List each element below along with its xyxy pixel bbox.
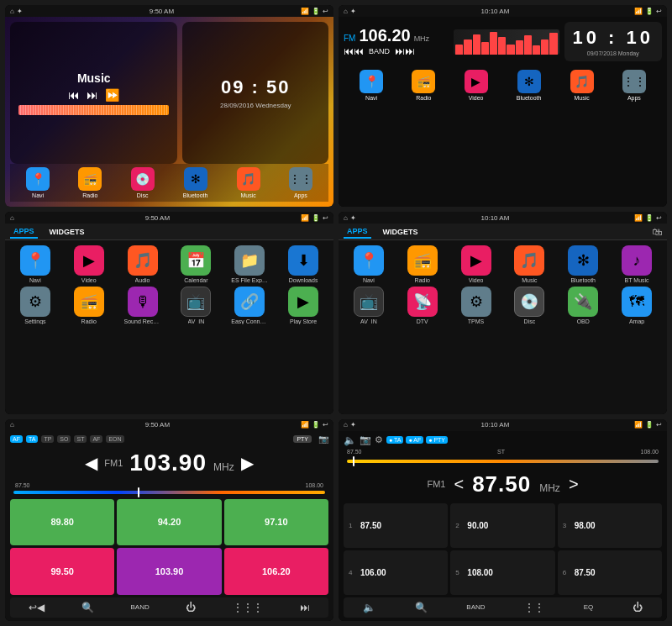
grid-navi-label-p3: Navi [29, 277, 41, 283]
app-radio-p2[interactable]: 📻 Radio [412, 70, 435, 101]
grid-video-p3[interactable]: ▶ Video [64, 245, 114, 283]
grid-tpms-p4[interactable]: ⚙ TPMS [451, 287, 501, 324]
grid-obd-p4[interactable]: 🔌 OBD [558, 287, 608, 324]
tag-eon-p5[interactable]: EON [106, 435, 123, 443]
menu-btn-p6[interactable]: ⋮⋮ [521, 600, 548, 615]
preset-4-p5[interactable]: 99.50 [10, 548, 114, 595]
preset-6-p5[interactable]: 106.20 [224, 548, 328, 595]
p6-preset-6[interactable]: 6 87.50 [558, 550, 662, 595]
band-btn-p6[interactable]: BAND [463, 602, 488, 613]
p6-preset-2[interactable]: 2 90.00 [450, 503, 554, 548]
grid-navi-p4[interactable]: 📍 Navi [344, 245, 394, 283]
grid-soundrec-p3[interactable]: 🎙 Sound Record. [118, 287, 168, 324]
p6-preset-3[interactable]: 3 98.00 [558, 503, 662, 548]
grid-navi-p3[interactable]: 📍 Navi [10, 245, 60, 283]
camera-icon-p5[interactable]: 📷 [318, 434, 328, 444]
grid-calendar-p3[interactable]: 📅 Calendar [171, 245, 221, 283]
prev-btn-p2[interactable]: ⏮⏮ [344, 45, 364, 57]
tag-af2-p5[interactable]: AF [90, 435, 102, 443]
tag-af-p6[interactable]: ● AF [406, 436, 423, 444]
grid-audio-p3[interactable]: 🎵 Audio [118, 245, 168, 283]
app-apps-p2[interactable]: ⋮⋮ Apps [622, 70, 646, 101]
grid-disc-p4[interactable]: 💿 Disc [504, 287, 554, 324]
tag-ta-p6[interactable]: ● TA [386, 436, 403, 444]
app-apps-p1[interactable]: ⋮⋮ Apps [289, 167, 312, 198]
app-video-p2[interactable]: ▶ Video [465, 70, 488, 101]
grid-music-p4[interactable]: 🎵 Music [504, 245, 554, 283]
play-btn[interactable]: ⏭ [87, 88, 98, 102]
band-btn-p2[interactable]: BAND [369, 47, 390, 55]
store-icon-p4[interactable]: 🛍 [652, 226, 662, 238]
preset-3-p5[interactable]: 97.10 [224, 499, 328, 546]
search-btn-p6[interactable]: 🔍 [412, 600, 431, 615]
grid-tpms-label-p4: TPMS [468, 318, 484, 324]
freq-down-p5[interactable]: ◀ [85, 453, 97, 473]
wbar [455, 45, 463, 55]
app-disc-p1[interactable]: 💿 Disc [131, 167, 155, 198]
preset-grid-p5: 89.80 94.20 97.10 99.50 103.90 106.20 [10, 499, 328, 595]
app-radio-p1[interactable]: 📻 Radio [78, 167, 102, 198]
tag-st-p5[interactable]: ST [74, 435, 87, 443]
grid-easyconn-p3[interactable]: 🔗 Easy Connecte [224, 287, 275, 324]
p3-main-content: APPS WIDGETS 📍 Navi ▶ Video 🎵 Audio 📅 Ca… [5, 224, 333, 413]
tag-ta-p5[interactable]: TA [26, 435, 38, 443]
tab-widgets-p3[interactable]: WIDGETS [46, 226, 88, 238]
p6-preset-1[interactable]: 1 87.50 [344, 503, 448, 548]
next-btn2-p5[interactable]: ⏭ [297, 600, 313, 615]
grid-playstore-label-p3: Play Store [290, 318, 317, 324]
freq-up-p5[interactable]: ▶ [241, 453, 254, 473]
grid-avin-p3[interactable]: 📺 AV_IN [171, 287, 221, 324]
grid-tpms-icon-p4: ⚙ [461, 287, 491, 317]
power-btn-p6[interactable]: ⏻ [629, 600, 646, 615]
grid-obd-icon-p4: 🔌 [568, 287, 598, 317]
tag-pty-p6[interactable]: ● PTY [426, 436, 448, 444]
p6-preset-4[interactable]: 4 106.00 [344, 550, 448, 595]
grid-radio-p4[interactable]: 📻 Radio [397, 245, 448, 283]
tag-af-p5[interactable]: AF [10, 435, 23, 443]
freq-up-p6[interactable]: > [569, 475, 579, 494]
grid-amap-p4[interactable]: 🗺 Amap [612, 287, 662, 324]
p6-preset-5[interactable]: 5 108.00 [450, 550, 554, 595]
grid-calendar-icon-p3: 📅 [181, 245, 211, 276]
grid-avin-p4[interactable]: 📺 AV_IN [344, 287, 394, 324]
grid-radio-p3[interactable]: 📻 Radio [64, 287, 114, 324]
grid-downloads-p3[interactable]: ⬇ Downloads [278, 245, 328, 283]
grid-video-p4[interactable]: ▶ Video [451, 245, 501, 283]
camera-icon-p6[interactable]: 📷 [360, 434, 371, 445]
pty-btn-p5[interactable]: PTY [293, 435, 312, 443]
tab-widgets-p4[interactable]: WIDGETS [380, 226, 422, 238]
settings-icon-p6[interactable]: ⚙ [375, 434, 383, 445]
grid-settings-p3[interactable]: ⚙ Settings [10, 287, 60, 324]
next-btn-p2[interactable]: ⏭⏭ [395, 45, 415, 57]
eq-btn-p6[interactable]: EQ [580, 602, 597, 613]
volume-icon-p6[interactable]: 🔈 [344, 434, 356, 446]
search-btn-p5[interactable]: 🔍 [78, 600, 97, 615]
app-music-p2[interactable]: 🎵 Music [570, 70, 594, 101]
forward-btn[interactable]: ⏩ [105, 88, 119, 102]
grid-es-p3[interactable]: 📁 ES File Explorer [224, 245, 275, 283]
power-btn-p5[interactable]: ⏻ [182, 600, 199, 615]
preset-5-p5[interactable]: 103.90 [117, 548, 221, 595]
freq-down-p6[interactable]: < [454, 475, 464, 494]
band-btn2-p5[interactable]: BAND [127, 602, 152, 613]
preset-1-p5[interactable]: 89.80 [10, 499, 114, 546]
tab-apps-p3[interactable]: APPS [10, 225, 38, 239]
tag-so-p5[interactable]: SO [57, 435, 71, 443]
app-navi-p2[interactable]: 📍 Navi [360, 70, 383, 101]
app-bluetooth-p2[interactable]: ✻ Bluetooth [517, 70, 542, 101]
grid-playstore-p3[interactable]: ▶ Play Store [278, 287, 328, 324]
preset-2-p5[interactable]: 94.20 [117, 499, 221, 546]
app-bluetooth-p1[interactable]: ✻ Bluetooth [183, 167, 208, 198]
grid-btmusic-p4[interactable]: ♪ BT Music [612, 245, 662, 283]
menu-btn-p5[interactable]: ⋮⋮⋮ [229, 600, 266, 615]
rewind-btn[interactable]: ⏮ [68, 88, 80, 102]
grid-dtv-p4[interactable]: 📡 DTV [397, 287, 448, 324]
volume-btn-p6[interactable]: 🔈 [360, 600, 379, 615]
tab-apps-p4[interactable]: APPS [344, 225, 371, 239]
app-navi-p1[interactable]: 📍 Navi [26, 167, 50, 198]
grid-bluetooth-p4[interactable]: ✻ Bluetooth [558, 245, 608, 283]
tag-tp-p5[interactable]: TP [41, 435, 54, 443]
app-music-p1[interactable]: 🎵 Music [237, 167, 260, 198]
prev-btn-p5[interactable]: ↩◀ [25, 600, 48, 615]
clock-widget: 09 : 50 28/09/2016 Wednesday [182, 22, 328, 164]
